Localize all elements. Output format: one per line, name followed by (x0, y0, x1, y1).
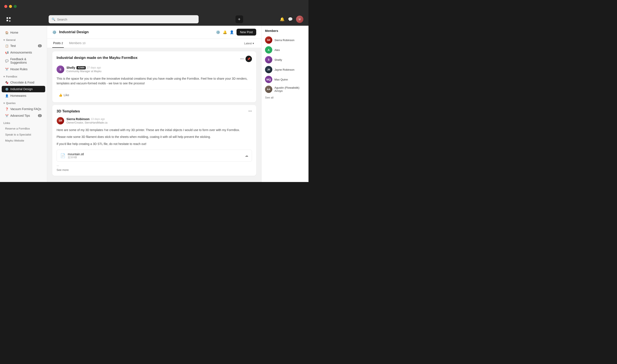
post-menu-icon-2[interactable]: ••• (248, 109, 252, 113)
sidebar-item-announcements[interactable]: 📢 Announcements (2, 49, 45, 56)
member-row-agustin[interactable]: AA Agustín (Flowalistik) Arroyo (265, 84, 305, 94)
author-row-2: SR Sierra Robinson 13 days ago Owner/Cre… (56, 117, 252, 125)
announcements-icon: 📢 (5, 51, 9, 54)
sidebar-item-home[interactable]: 🏠 Home (2, 29, 45, 36)
sort-dropdown[interactable]: Latest ▾ (242, 40, 256, 46)
close-button[interactable] (4, 5, 7, 8)
user-avatar[interactable]: U (296, 16, 303, 23)
header-actions: ⚙️ 🔔 👤 New Post (216, 29, 256, 36)
sidebar-item-homewares[interactable]: 👤 Homewares (2, 92, 45, 99)
like-icon-1: 👍 (59, 93, 62, 97)
section-formbox[interactable]: ▾ FormBox (0, 73, 47, 79)
industrial-design-icon: ⚙️ (5, 88, 9, 91)
tab-members[interactable]: Members 10 (68, 39, 86, 48)
feedback-label: Feedback & Suggestions (10, 57, 42, 64)
post-title-1: Industrial design made on the Mayku Form… (56, 56, 240, 60)
tab-posts-label: Posts (53, 41, 61, 45)
faq-label: Vacuum Forming FAQs (10, 107, 41, 111)
sidebar: 🏠 Home ▾ General 📋 Test 1 📢 Announcement… (0, 26, 47, 182)
section-queries-label: Queries (6, 102, 16, 105)
author-info-1: Shelly ADMIN 27 days ago Community Manag… (67, 66, 101, 73)
member-avatar-agustin: AA (265, 86, 272, 93)
sidebar-link-mayku[interactable]: Mayku Website (2, 138, 45, 143)
section-formbox-label: FormBox (6, 75, 17, 78)
sidebar-item-faq[interactable]: ❓ Vacuum Forming FAQs (2, 106, 45, 112)
channel-icon: ⚙️ (52, 30, 56, 34)
author-info-2: Sierra Robinson 13 days ago Owner/Creato… (67, 117, 107, 124)
member-row-shelly[interactable]: S Shelly (265, 55, 305, 65)
author-role-1: Community Manager at Mayku (67, 70, 101, 73)
sidebar-item-industrial-design[interactable]: ⚙️ Industrial Design (2, 86, 45, 92)
member-avatar-shelly: S (265, 56, 272, 63)
sidebar-link-specialist[interactable]: Speak to a Specialist (2, 132, 45, 137)
chevron-down-icon: ▾ (3, 39, 5, 41)
member-avatar-jayne: JR (265, 66, 272, 73)
pin-button-1[interactable]: 📌 (245, 56, 252, 62)
post-body-1: This is the space for you to share the i… (56, 76, 252, 86)
minimize-button[interactable] (9, 5, 12, 8)
member-name-alex: Alex (274, 48, 280, 52)
house-rules-icon: ✂️ (5, 68, 9, 71)
sidebar-item-test[interactable]: 📋 Test 1 (2, 43, 45, 49)
agustin-member-img: AA (265, 86, 272, 93)
logo-icon (6, 16, 12, 22)
post-actions-1: ••• 📌 (240, 56, 252, 62)
sort-chevron-icon: ▾ (253, 42, 254, 45)
member-row-jayne[interactable]: JR Jayne Robinson (265, 65, 305, 75)
download-icon-2[interactable]: ☁ (245, 154, 248, 157)
post-body-2-part3: If you'd like help creating a 3D STL fil… (56, 142, 252, 146)
search-bar[interactable]: 🔍 (49, 15, 199, 23)
chevron-down-icon-3: ▾ (3, 102, 5, 105)
member-name-max: Max Quinn (274, 78, 288, 81)
author-name-1: Shelly (67, 66, 75, 69)
post-body-2-part2: Please note some 3D filament does stick … (56, 134, 252, 139)
like-label-1: Like (64, 93, 69, 97)
sidebar-item-advanced-tips[interactable]: ✂️ Advanced Tips 2 (2, 112, 45, 119)
members-icon[interactable]: 👤 (230, 30, 234, 34)
notification-bell-icon[interactable]: 🔔 (223, 30, 227, 34)
see-more-button-2[interactable]: See more (56, 168, 252, 171)
create-button[interactable]: + (235, 15, 243, 23)
sidebar-item-chocolate[interactable]: 🍫 Chocolate & Food (2, 79, 45, 86)
author-name-row-2: Sierra Robinson 13 days ago (67, 117, 107, 121)
advanced-tips-badge: 2 (38, 114, 42, 117)
sidebar-item-feedback[interactable]: 💬 Feedback & Suggestions (2, 56, 45, 66)
sidebar-link-reserve[interactable]: Reserve a FormBox (2, 126, 45, 131)
app: 🔍 + 🔔 💬 U 🏠 Home ▾ General 📋 (0, 13, 308, 182)
sidebar-item-house-rules[interactable]: ✂️ House Rules (2, 66, 45, 72)
industrial-design-label: Industrial Design (10, 87, 33, 91)
settings-icon[interactable]: ⚙️ (216, 30, 220, 34)
feedback-icon: 💬 (5, 59, 9, 63)
section-queries[interactable]: ▾ Queries (0, 99, 47, 105)
tabs-bar: Posts 2 Members 10 Latest ▾ (47, 39, 261, 48)
home-icon: 🏠 (5, 31, 9, 34)
author-name-2: Sierra Robinson (67, 117, 90, 121)
right-panel: Members SR Sierra Robinson A Alex S Shel… (261, 26, 308, 182)
member-name-agustin: Agustín (Flowalistik) Arroyo (274, 86, 305, 92)
new-post-button[interactable]: New Post (237, 29, 256, 36)
see-all-members[interactable]: See all (265, 96, 305, 99)
member-row-sierra[interactable]: SR Sierra Robinson (265, 35, 305, 45)
member-name-jayne: Jayne Robinson (274, 68, 294, 71)
test-label: Test (10, 44, 16, 48)
like-button-1[interactable]: 👍 Like (56, 92, 71, 98)
chat-icon[interactable]: 💬 (288, 17, 293, 22)
member-row-max[interactable]: MQ Max Quinn (265, 75, 305, 84)
member-row-alex[interactable]: A Alex (265, 45, 305, 55)
sort-label: Latest (244, 42, 252, 45)
file-info-2: 📄 mountain.stl 12.8 KB (60, 153, 84, 159)
member-avatar-alex: A (265, 46, 272, 53)
ellipsis-2: ... (56, 163, 252, 167)
post-title-2: 3D Templates (56, 109, 248, 114)
advanced-tips-label: Advanced Tips (10, 114, 30, 117)
notification-icon[interactable]: 🔔 (280, 17, 284, 22)
search-input[interactable] (57, 18, 196, 21)
post-header-1: Industrial design made on the Mayku Form… (56, 56, 252, 62)
post-menu-icon-1[interactable]: ••• (240, 57, 244, 61)
tab-posts[interactable]: Posts 2 (52, 39, 64, 48)
test-badge: 1 (38, 44, 42, 47)
content-area: ⚙️ Industrial Design ⚙️ 🔔 👤 New Post Pos… (47, 26, 261, 182)
shelly-avatar-img: S (56, 65, 64, 73)
section-general[interactable]: ▾ General (0, 36, 47, 42)
maximize-button[interactable] (14, 5, 17, 8)
